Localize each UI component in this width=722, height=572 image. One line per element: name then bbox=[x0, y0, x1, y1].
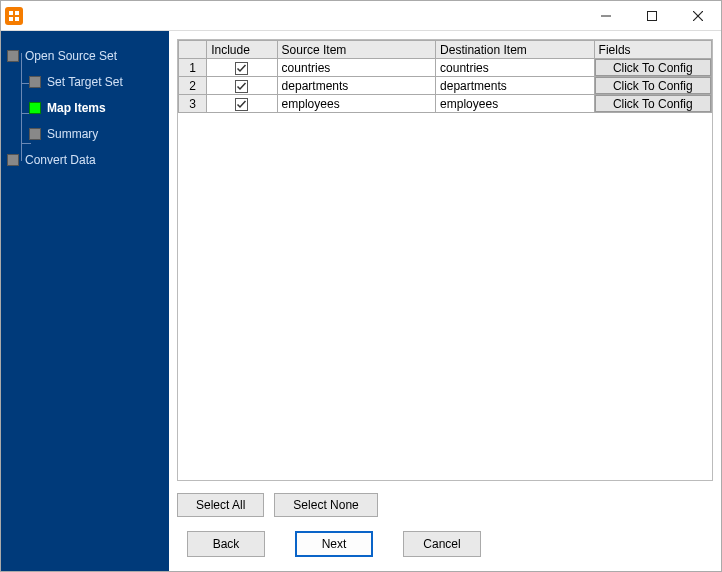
config-fields-button[interactable]: Click To Config bbox=[595, 95, 711, 112]
svg-rect-3 bbox=[15, 17, 19, 21]
select-all-button[interactable]: Select All bbox=[177, 493, 264, 517]
mapping-table-wrap: Include Source Item Destination Item Fie… bbox=[177, 39, 713, 481]
back-button[interactable]: Back bbox=[187, 531, 265, 557]
col-header-destination[interactable]: Destination Item bbox=[436, 41, 594, 59]
table-row: 1countriescountriesClick To Config bbox=[179, 59, 712, 77]
tree-box-icon bbox=[29, 128, 41, 140]
titlebar bbox=[1, 1, 721, 31]
config-fields-button[interactable]: Click To Config bbox=[595, 59, 711, 76]
tree-label: Convert Data bbox=[25, 153, 96, 167]
row-number: 2 bbox=[179, 77, 207, 95]
col-header-include[interactable]: Include bbox=[207, 41, 277, 59]
source-item-cell[interactable]: departments bbox=[277, 77, 435, 95]
source-item-cell[interactable]: employees bbox=[277, 95, 435, 113]
mapping-table: Include Source Item Destination Item Fie… bbox=[178, 40, 712, 113]
tree-label: Set Target Set bbox=[47, 75, 123, 89]
tree-label: Open Source Set bbox=[25, 49, 117, 63]
destination-item-cell[interactable]: employees bbox=[436, 95, 594, 113]
col-header-source[interactable]: Source Item bbox=[277, 41, 435, 59]
tree-item-map-items[interactable]: Map Items bbox=[7, 97, 163, 119]
next-button[interactable]: Next bbox=[295, 531, 373, 557]
app-icon bbox=[5, 7, 23, 25]
tree-box-icon bbox=[7, 154, 19, 166]
select-none-button[interactable]: Select None bbox=[274, 493, 377, 517]
destination-item-cell[interactable]: departments bbox=[436, 77, 594, 95]
destination-item-cell[interactable]: countries bbox=[436, 59, 594, 77]
tree-item-convert-data[interactable]: Convert Data bbox=[7, 149, 163, 171]
wizard-sidebar: Open Source Set Set Target Set Map Items… bbox=[1, 31, 169, 571]
table-row: 3employeesemployeesClick To Config bbox=[179, 95, 712, 113]
tree-label: Summary bbox=[47, 127, 98, 141]
row-number: 3 bbox=[179, 95, 207, 113]
col-header-fields[interactable]: Fields bbox=[594, 41, 711, 59]
main-panel: Include Source Item Destination Item Fie… bbox=[169, 31, 721, 571]
close-button[interactable] bbox=[675, 1, 721, 31]
cancel-button[interactable]: Cancel bbox=[403, 531, 481, 557]
config-fields-button[interactable]: Click To Config bbox=[595, 77, 711, 94]
tree-box-icon bbox=[7, 50, 19, 62]
svg-rect-1 bbox=[15, 11, 19, 15]
minimize-button[interactable] bbox=[583, 1, 629, 31]
svg-rect-2 bbox=[9, 17, 13, 21]
tree-label: Map Items bbox=[47, 101, 106, 115]
tree-item-summary[interactable]: Summary bbox=[7, 123, 163, 145]
tree-item-set-target-set[interactable]: Set Target Set bbox=[7, 71, 163, 93]
col-header-rownum[interactable] bbox=[179, 41, 207, 59]
row-number: 1 bbox=[179, 59, 207, 77]
include-checkbox[interactable] bbox=[207, 77, 277, 95]
tree-box-icon bbox=[29, 76, 41, 88]
tree-item-open-source-set[interactable]: Open Source Set bbox=[7, 45, 163, 67]
maximize-button[interactable] bbox=[629, 1, 675, 31]
table-row: 2departmentsdepartmentsClick To Config bbox=[179, 77, 712, 95]
include-checkbox[interactable] bbox=[207, 95, 277, 113]
tree-box-icon bbox=[29, 102, 41, 114]
source-item-cell[interactable]: countries bbox=[277, 59, 435, 77]
svg-rect-5 bbox=[648, 11, 657, 20]
include-checkbox[interactable] bbox=[207, 59, 277, 77]
svg-rect-0 bbox=[9, 11, 13, 15]
